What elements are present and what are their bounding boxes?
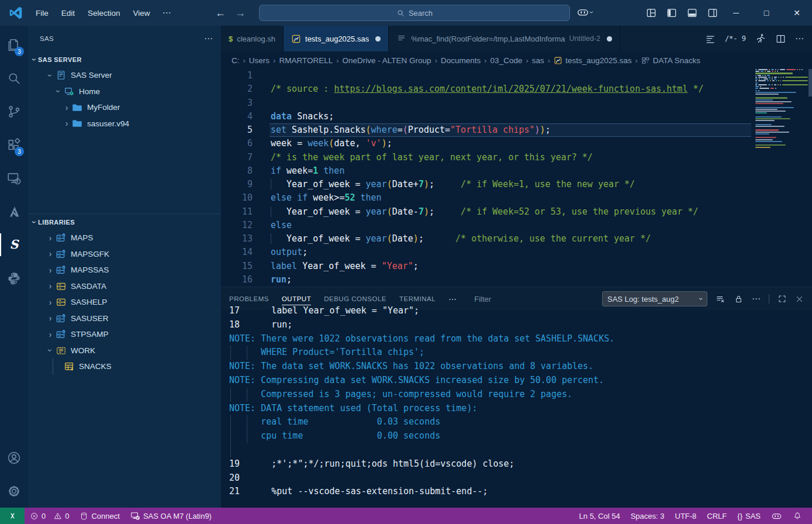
sidebar-more-actions[interactable]: ⋯ bbox=[204, 33, 213, 44]
code-line-2[interactable]: 2 /* source : https://blogs.sas.com/cont… bbox=[221, 82, 812, 96]
status-cursor-position[interactable]: Ln 5, Col 54 bbox=[574, 508, 626, 524]
minimap[interactable] bbox=[755, 69, 808, 284]
more-actions-icon[interactable]: ⋯ bbox=[795, 33, 804, 44]
tree-item-work[interactable]: › WORK bbox=[28, 343, 221, 359]
breadcrumb-item[interactable]: C: bbox=[231, 56, 240, 65]
breadcrumb-item[interactable]: Documents bbox=[441, 56, 481, 65]
panel-tab-output[interactable]: OUTPUT bbox=[282, 293, 311, 305]
section-header-libraries[interactable]: › LIBRARIES bbox=[28, 214, 221, 230]
code-line-6[interactable]: 6 week = week(date, 'v'); bbox=[221, 137, 812, 150]
output-filter-input[interactable]: Filter bbox=[474, 295, 491, 304]
tree-item-home[interactable]: › Home bbox=[28, 84, 221, 100]
status-indentation[interactable]: Spaces: 3 bbox=[626, 508, 670, 524]
breadcrumb-item[interactable]: RMARTORELL bbox=[279, 56, 333, 65]
activity-sas[interactable]: S bbox=[0, 228, 28, 261]
breadcrumb-item[interactable]: Users bbox=[249, 56, 269, 65]
panel-tab-debug-console[interactable]: DEBUG CONSOLE bbox=[324, 293, 386, 305]
layout-left-icon[interactable] bbox=[666, 7, 678, 19]
panel-tab-terminal[interactable]: TERMINAL bbox=[399, 293, 436, 305]
code-line-5[interactable]: 5 set Sashelp.Snacks(where=(Product="Tor… bbox=[221, 123, 812, 137]
code-line-12[interactable]: 12 else bbox=[221, 219, 812, 232]
output-log[interactable]: 17 label Year_of_week = "Year";18 run;NO… bbox=[221, 304, 812, 508]
status-eol[interactable]: CRLF bbox=[702, 508, 732, 524]
status-language-mode[interactable]: {}SAS bbox=[732, 508, 766, 524]
section-header-sas-server[interactable]: › SAS SERVER bbox=[28, 51, 221, 67]
remote-indicator[interactable] bbox=[0, 508, 25, 524]
layout-grid-icon[interactable] bbox=[645, 7, 657, 19]
tree-item-maps[interactable]: › MAPS bbox=[28, 230, 221, 246]
minimize-button[interactable]: ─ bbox=[721, 0, 751, 26]
activity-extensions[interactable]: 3 bbox=[0, 128, 28, 161]
copilot-menu[interactable]: › bbox=[576, 6, 593, 19]
tree-item-sasuser-v94[interactable]: › sasuser.v94 bbox=[28, 116, 221, 132]
code-line-1[interactable]: 1 bbox=[221, 69, 812, 82]
menu-view[interactable]: View bbox=[127, 6, 157, 20]
menu-edit[interactable]: Edit bbox=[55, 6, 81, 20]
breadcrumb-item[interactable]: sas bbox=[532, 56, 544, 65]
run-sas-icon[interactable] bbox=[755, 33, 766, 44]
breadcrumb[interactable]: C: › Users › RMARTORELL › OneDrive - ALT… bbox=[221, 51, 812, 69]
code-line-4[interactable]: 4 data Snacks; bbox=[221, 110, 812, 123]
notifications-bell-icon[interactable] bbox=[787, 508, 807, 524]
status-encoding[interactable]: UTF-8 bbox=[670, 508, 702, 524]
breadcrumb-item[interactable]: tests_aug2025.sas bbox=[554, 56, 631, 65]
menu-more[interactable]: ⋯ bbox=[157, 5, 177, 21]
nav-back-button[interactable]: ← bbox=[215, 7, 226, 19]
code-editor[interactable]: 1 2 /* source : https://blogs.sas.com/co… bbox=[221, 69, 812, 287]
menu-selection[interactable]: Selection bbox=[81, 6, 127, 20]
close-panel-icon[interactable] bbox=[795, 295, 804, 304]
activity-remote-explorer[interactable] bbox=[0, 161, 28, 195]
tree-item-sashelp[interactable]: › SASHELP bbox=[28, 294, 221, 311]
tree-item-sas-server[interactable]: › SAS Server bbox=[28, 67, 221, 84]
breadcrumb-item[interactable]: 03_Code bbox=[490, 56, 523, 65]
code-line-13[interactable]: 13 Year_of_week = year(Date); /* otherwi… bbox=[221, 232, 812, 246]
activity-python[interactable] bbox=[0, 261, 28, 295]
lock-scroll-icon[interactable] bbox=[734, 294, 744, 304]
copilot-status-icon[interactable] bbox=[766, 508, 787, 524]
breadcrumb-item[interactable]: OneDrive - ALTEN Group bbox=[343, 56, 431, 65]
tab-tests-aug2025-sas[interactable]: tests_aug2025.sas bbox=[284, 26, 389, 51]
command-center-search[interactable]: Search bbox=[259, 5, 570, 21]
activity-settings[interactable] bbox=[0, 474, 28, 508]
outline-icon[interactable] bbox=[705, 33, 716, 44]
clear-output-icon[interactable] bbox=[716, 294, 725, 304]
tree-item-snacks[interactable]: SNACKS bbox=[28, 358, 221, 375]
activity-explorer[interactable]: 3 bbox=[0, 28, 28, 61]
code-line-11[interactable]: 11 Year_of_week = year(Date-7); /* if We… bbox=[221, 205, 812, 219]
panel-more-actions-icon[interactable]: ⋯ bbox=[752, 294, 761, 304]
tree-item-mapssas[interactable]: › MAPSSAS bbox=[28, 262, 221, 278]
nav-forward-button[interactable]: → bbox=[235, 7, 246, 19]
close-button[interactable]: ✕ bbox=[782, 0, 812, 26]
code-line-10[interactable]: 10 else if week>=52 then bbox=[221, 191, 812, 205]
code-line-7[interactable]: 7 /* is the week part of last year, next… bbox=[221, 151, 812, 164]
sas-comment-icon[interactable]: /*- 9 bbox=[725, 35, 746, 43]
tab-cleanlog-sh[interactable]: $ cleanlog.sh bbox=[221, 26, 284, 51]
maximize-button[interactable]: □ bbox=[751, 0, 782, 26]
panel-tab-problems[interactable]: PROBLEMS bbox=[229, 293, 269, 305]
tab--mac-find-rootfolder-tmp-lastmodinforma[interactable]: %mac_find(RootFolder=/tmp,LastModInforma… bbox=[389, 26, 620, 51]
breadcrumb-item[interactable]: DATA Snacks bbox=[641, 56, 700, 65]
problems-status[interactable]: 0 0 bbox=[25, 508, 74, 524]
activity-account[interactable] bbox=[0, 441, 28, 474]
tree-item-stpsamp[interactable]: › STPSAMP bbox=[28, 326, 221, 343]
panel-more-tabs[interactable]: ⋯ bbox=[448, 294, 457, 304]
code-line-9[interactable]: 9 Year_of_week = year(Date+7); /* if Wee… bbox=[221, 178, 812, 191]
editor-scrollbar[interactable] bbox=[808, 69, 812, 96]
sas-session-status[interactable]: SAS OA M7 (Latin9) bbox=[125, 508, 217, 524]
split-editor-icon[interactable] bbox=[775, 33, 786, 44]
activity-azure[interactable] bbox=[0, 195, 28, 228]
code-line-14[interactable]: 14 output; bbox=[221, 246, 812, 259]
tree-item-sasdata[interactable]: › SASDATA bbox=[28, 278, 221, 295]
tree-item-mapsgfk[interactable]: › MAPSGFK bbox=[28, 246, 221, 263]
code-line-8[interactable]: 8 if week=1 then bbox=[221, 164, 812, 178]
layout-panel-icon[interactable] bbox=[686, 7, 698, 19]
tree-item-sasuser[interactable]: › SASUSER bbox=[28, 311, 221, 327]
layout-right-icon[interactable] bbox=[707, 7, 718, 19]
code-line-16[interactable]: 16 run; bbox=[221, 273, 812, 287]
code-line-15[interactable]: 15 label Year_of_week = "Year"; bbox=[221, 260, 812, 273]
maximize-panel-icon[interactable] bbox=[778, 294, 787, 304]
menu-file[interactable]: File bbox=[29, 6, 55, 20]
tree-item-myfolder[interactable]: › MyFolder bbox=[28, 99, 221, 116]
activity-source-control[interactable] bbox=[0, 95, 28, 128]
activity-search[interactable] bbox=[0, 61, 28, 95]
